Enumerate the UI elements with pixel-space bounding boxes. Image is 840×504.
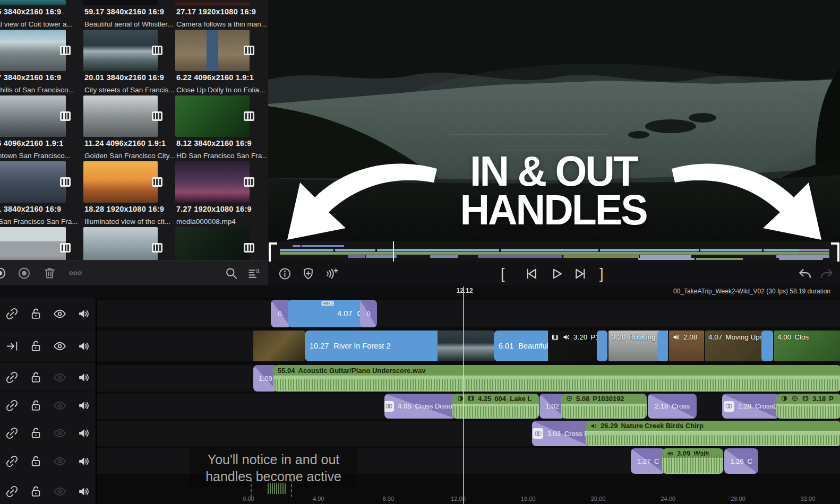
media-thumbnail[interactable] — [83, 30, 158, 71]
speaker-icon — [672, 333, 680, 341]
track-mute-toggle[interactable] — [77, 340, 90, 353]
go-to-end-button[interactable] — [573, 266, 589, 282]
track-mute-toggle[interactable] — [77, 371, 90, 384]
film-badge-icon — [244, 46, 254, 55]
timeline-playhead[interactable] — [463, 286, 464, 504]
track-lock-toggle[interactable] — [29, 427, 42, 440]
track-visibility-toggle[interactable] — [53, 427, 66, 440]
video-clip[interactable] — [438, 331, 494, 361]
track-link-toggle[interactable] — [5, 427, 19, 440]
track-visibility-toggle[interactable] — [53, 455, 66, 468]
track-visibility-toggle[interactable] — [53, 399, 66, 412]
transition-clip[interactable]: 1.27C — [631, 448, 665, 474]
lock-icon — [29, 455, 42, 468]
add-marker-button[interactable] — [301, 266, 315, 281]
track-visibility-toggle[interactable] — [53, 307, 66, 320]
library-source-button[interactable] — [0, 266, 7, 280]
media-thumbnail[interactable] — [83, 161, 158, 203]
media-clip-metadata: 7.27 1920x1080 16:9 — [175, 203, 267, 215]
media-thumbnail[interactable] — [175, 95, 250, 137]
track-mute-toggle[interactable] — [77, 307, 90, 320]
play-button[interactable] — [548, 266, 564, 282]
track-lock-toggle[interactable] — [29, 371, 42, 384]
media-thumbnail[interactable] — [175, 161, 250, 203]
transition-clip[interactable]: 3.03Cross D — [532, 421, 590, 446]
audio-clip[interactable]: 26.29Nature Creek Birds Chirp — [586, 421, 840, 446]
undo-button[interactable] — [797, 266, 812, 281]
add-audio-button[interactable] — [324, 266, 339, 281]
track-link-toggle[interactable] — [5, 307, 19, 320]
transition-clip[interactable]: 0 — [360, 300, 377, 327]
overview-playhead[interactable] — [393, 241, 394, 262]
clip-out-handle-marker[interactable] — [291, 479, 292, 497]
transition-clip[interactable]: 1.26C — [724, 448, 758, 474]
media-clip-title: HD San Francisco San Fra... — [175, 150, 267, 161]
clip-trim-handle[interactable] — [597, 331, 607, 361]
more-options-button[interactable] — [68, 266, 83, 281]
clip-trim-handle[interactable] — [761, 331, 773, 361]
clip-in-handle-marker[interactable] — [251, 479, 252, 497]
track-lock-toggle[interactable] — [29, 455, 42, 468]
film-badge-icon — [152, 46, 162, 55]
transition-clip[interactable]: 4.05Cross Dissolv — [384, 394, 456, 419]
timeline-tracks[interactable]: 0.4.07CWEEK 2010.27River In Forest 26.01… — [97, 298, 840, 504]
video-clip[interactable]: 4.00Clos — [774, 331, 840, 361]
video-clip[interactable] — [253, 331, 305, 361]
transition-clip[interactable]: 2.18Cross — [648, 394, 697, 419]
wheel-icon — [791, 395, 799, 402]
media-clip-metadata: 05 3840x2160 16:9 — [0, 5, 83, 18]
clip-info-button[interactable] — [278, 266, 292, 281]
preview-monitor[interactable]: IN & OUT HANDLES — [268, 0, 840, 241]
audio-clip[interactable]: 55.04Acoustic Guitar/Piano Underscore.wa… — [273, 365, 840, 392]
audio-clip[interactable]: 3.18P — [776, 394, 840, 419]
audio-clip[interactable]: 4.25004_Lake L — [452, 394, 539, 419]
overview-in-handle[interactable] — [269, 242, 277, 264]
clip-name: Nature Creek Birds Chirp — [621, 422, 704, 430]
track-link-toggle[interactable] — [5, 485, 19, 498]
video-clip[interactable]: 6.01Beautiful — [494, 331, 556, 361]
track-lock-toggle[interactable] — [29, 307, 42, 320]
track-visibility-toggle[interactable] — [53, 340, 66, 353]
media-clip-metadata: 27.17 1920x1080 16:9 — [175, 5, 267, 18]
track-link-toggle[interactable] — [5, 399, 19, 412]
mark-out-button[interactable]: ] — [599, 266, 604, 281]
media-thumbnail[interactable] — [0, 161, 66, 203]
track-lock-toggle[interactable] — [29, 340, 42, 353]
timeline-overview-strip[interactable] — [268, 241, 840, 262]
search-button[interactable] — [224, 266, 238, 281]
mark-in-button[interactable]: [ — [501, 266, 505, 281]
media-thumbnail[interactable] — [0, 95, 66, 137]
track-visibility-toggle[interactable] — [53, 371, 66, 384]
media-thumbnail[interactable] — [175, 30, 250, 71]
track-link-toggle[interactable] — [5, 340, 19, 353]
video-clip[interactable]: 4.07CWEEK 2 — [288, 300, 367, 327]
sort-button[interactable] — [247, 266, 262, 281]
media-clip-metadata: 6.22 4096x2160 1.9:1 — [175, 71, 267, 84]
video-clip[interactable]: 10.27River In Forest 2 — [305, 331, 447, 361]
track-visibility-toggle[interactable] — [53, 485, 66, 498]
go-to-start-button[interactable] — [523, 266, 539, 282]
track-mute-toggle[interactable] — [77, 427, 90, 440]
media-thumbnail[interactable] — [0, 0, 66, 5]
delete-button[interactable] — [42, 266, 57, 281]
track-link-toggle[interactable] — [5, 371, 19, 384]
track-mute-toggle[interactable] — [77, 455, 90, 468]
video-clip[interactable]: 2.08 — [669, 331, 704, 361]
track-mute-toggle[interactable] — [77, 485, 90, 498]
overview-out-handle[interactable] — [831, 242, 839, 264]
track-link-toggle[interactable] — [5, 455, 19, 468]
media-thumbnail[interactable] — [83, 0, 158, 5]
transition-clip[interactable]: 2.28CrossD — [722, 394, 779, 419]
redo-button[interactable] — [819, 266, 835, 281]
record-button[interactable] — [17, 266, 31, 281]
audio-clip[interactable]: 5.08P1030192 — [561, 394, 647, 419]
ruler-label: 28.00 — [731, 496, 745, 502]
clip-trim-handle[interactable] — [657, 331, 668, 361]
track-lock-toggle[interactable] — [29, 399, 42, 412]
media-thumbnail[interactable] — [0, 30, 66, 71]
track-lock-toggle[interactable] — [29, 485, 42, 498]
media-thumbnail[interactable] — [83, 95, 158, 137]
media-thumbnail[interactable] — [175, 0, 250, 5]
audio-clip[interactable]: 3.09Walk — [662, 448, 723, 474]
track-mute-toggle[interactable] — [77, 399, 90, 412]
